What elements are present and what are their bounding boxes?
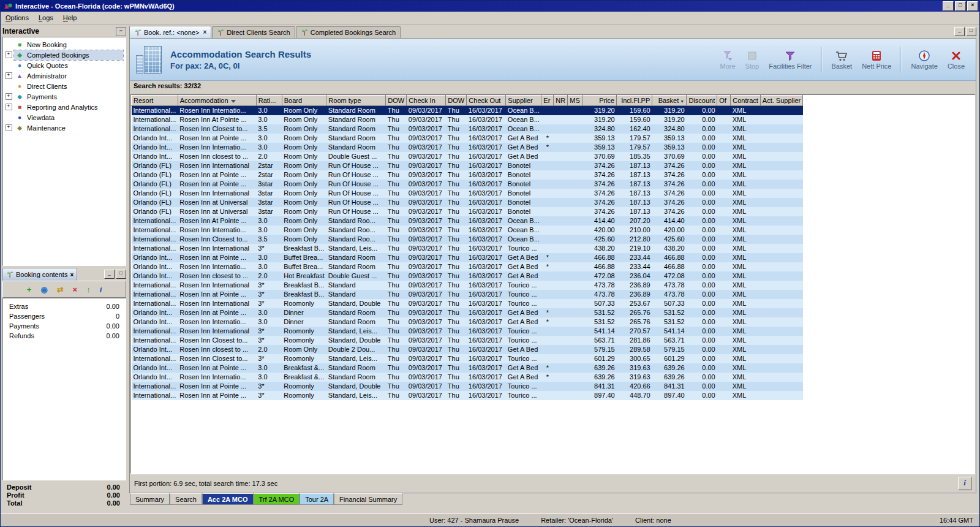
table-row[interactable]: Orlando Int...Rosen Inn Internatio...3.0… xyxy=(132,262,803,271)
bottom-tab-tour-2a[interactable]: Tour 2A xyxy=(300,493,334,505)
table-row[interactable]: Orlando Int...Rosen Inn closest to ...2.… xyxy=(132,345,803,354)
column-header-accommodation[interactable]: Accommodation xyxy=(178,96,256,106)
column-header-ms[interactable]: MS xyxy=(568,96,582,106)
column-header-dow[interactable]: DOW xyxy=(386,96,407,106)
bottom-tab-search[interactable]: Search xyxy=(170,493,202,505)
restore-child-button[interactable]: □ xyxy=(966,27,976,36)
sidebar-item-payments[interactable]: +◆Payments xyxy=(3,91,126,102)
column-header-rati[interactable]: Rati... xyxy=(256,96,282,106)
column-header-room-type[interactable]: Room type xyxy=(326,96,386,106)
column-header-supplier[interactable]: Supplier xyxy=(506,96,541,106)
table-row[interactable]: International...Rosen Inn At Pointe ...3… xyxy=(132,115,803,124)
table-row[interactable]: Orlando Int...Rosen Inn at Pointe ...3.0… xyxy=(132,308,803,317)
column-header-check-out[interactable]: Check Out xyxy=(467,96,506,106)
table-row[interactable]: International...Rosen Inn Closest to...3… xyxy=(132,354,803,363)
tab-direct-clients-search[interactable]: Direct Clients Search xyxy=(212,26,295,38)
booking-contents-tab[interactable]: Booking contents × xyxy=(2,268,77,281)
navigate-button[interactable]: Navigate xyxy=(906,49,942,70)
table-row[interactable]: International...Rosen Inn International3… xyxy=(132,281,803,290)
booking-contents-row[interactable]: Refunds0.00 xyxy=(3,331,126,341)
table-row[interactable]: International...Rosen Inn at Pointe ...3… xyxy=(132,290,803,299)
bottom-tab-financial-summary[interactable]: Financial Summary xyxy=(334,493,402,505)
table-row[interactable]: Orlando (FL)Rosen Inn at Universal3starR… xyxy=(132,198,803,207)
sidebar-item-quick-quotes[interactable]: ●Quick Quotes xyxy=(3,60,126,70)
table-row[interactable]: Orlando Int...Rosen Inn at Pointe ...3.0… xyxy=(132,134,803,143)
restore-panel-button[interactable]: □ xyxy=(116,270,126,279)
table-row[interactable]: International...Rosen Inn International3… xyxy=(132,299,803,308)
table-row[interactable]: International...Rosen Inn International3… xyxy=(132,327,803,336)
info-icon[interactable]: i xyxy=(100,285,102,294)
table-row[interactable]: International...Rosen Inn at Pointe ...3… xyxy=(132,382,803,391)
delete-item-icon[interactable]: × xyxy=(73,285,78,294)
collapse-sidebar-button[interactable]: − xyxy=(116,27,126,36)
facilities-filter-button[interactable]: Facilities Filter xyxy=(764,49,816,70)
table-row[interactable]: Orlando Int...Rosen Inn at Pointe ...3.0… xyxy=(132,363,803,373)
expand-icon[interactable]: + xyxy=(6,72,12,79)
booking-contents-row[interactable]: Extras0.00 xyxy=(3,301,126,311)
column-header-price[interactable]: Price xyxy=(582,96,617,106)
stop-button[interactable]: Stop xyxy=(741,49,764,70)
table-row[interactable]: Orlando Int...Rosen Inn Internatio...3.0… xyxy=(132,143,803,152)
booking-contents-row[interactable]: Payments0.00 xyxy=(3,321,126,331)
more-button[interactable]: More xyxy=(715,49,741,70)
table-row[interactable]: Orlando (FL)Rosen Inn International2star… xyxy=(132,161,803,170)
expand-icon[interactable]: + xyxy=(6,104,12,110)
transfer-icon[interactable]: ⇄ xyxy=(57,285,64,294)
close-button[interactable]: Close xyxy=(943,49,970,70)
table-row[interactable]: International...Rosen Inn Closest to...3… xyxy=(132,336,803,345)
column-header-dow[interactable]: DOW xyxy=(446,96,467,106)
menu-help[interactable]: Help xyxy=(58,12,82,23)
close-button[interactable]: × xyxy=(967,1,978,11)
minimize-panel-button[interactable]: _ xyxy=(104,270,115,279)
table-row[interactable]: International...Rosen Inn Closest to...3… xyxy=(132,124,803,134)
filter-icon[interactable] xyxy=(231,100,236,103)
move-up-icon[interactable]: ↑ xyxy=(86,285,91,294)
table-row[interactable]: Orlando Int...Rosen Inn Internatio...3.0… xyxy=(132,317,803,327)
add-item-icon[interactable]: + xyxy=(27,285,32,294)
tab-completed-bookings-search[interactable]: Completed Bookings Search xyxy=(296,26,401,38)
expand-icon[interactable]: + xyxy=(6,51,12,58)
column-header-check-in[interactable]: Check In xyxy=(407,96,446,106)
column-header-basket[interactable]: Basket▼ xyxy=(652,96,687,106)
table-row[interactable]: Orlando (FL)Rosen Inn at Universal3starR… xyxy=(132,207,803,216)
table-row[interactable]: International...Rosen Inn Internatio...3… xyxy=(132,106,803,115)
table-row[interactable]: International...Rosen Inn At Pointe ...3… xyxy=(132,216,803,226)
bottom-tab-acc-2a-mco[interactable]: Acc 2A MCO xyxy=(202,493,254,505)
maximize-button[interactable]: □ xyxy=(955,1,966,11)
globe-search-icon[interactable]: ◉ xyxy=(40,285,47,294)
tab-book-ref-none[interactable]: Book. ref.: <none>× xyxy=(129,26,211,38)
sidebar-item-direct-clients[interactable]: ●Direct Clients xyxy=(3,81,126,91)
table-row[interactable]: International...Rosen Inn Closest to...3… xyxy=(132,235,803,244)
column-header-discount[interactable]: Discount xyxy=(687,96,717,106)
sidebar-item-viewdata[interactable]: ●Viewdata xyxy=(3,112,126,123)
table-row[interactable]: Orlando Int...Rosen Inn closest to ...2.… xyxy=(132,271,803,281)
nett-price-button[interactable]: Nett Price xyxy=(857,49,896,70)
column-header-of[interactable]: Of xyxy=(717,96,731,106)
close-booking-contents-icon[interactable]: × xyxy=(70,271,74,278)
bottom-tab-summary[interactable]: Summary xyxy=(130,493,170,505)
close-tab-icon[interactable]: × xyxy=(203,29,207,36)
column-header-incl-fl-pp[interactable]: Incl.Fl.PP xyxy=(617,96,652,106)
sidebar-item-maintenance[interactable]: +◆Maintenance xyxy=(3,123,126,133)
info-button[interactable]: i xyxy=(958,477,971,490)
table-row[interactable]: International...Rosen Inn International3… xyxy=(132,244,803,253)
table-row[interactable]: Orlando Int...Rosen Inn at Pointe ...3.0… xyxy=(132,253,803,262)
basket-button[interactable]: Basket xyxy=(827,49,858,70)
table-row[interactable]: Orlando (FL)Rosen Inn International3star… xyxy=(132,189,803,198)
table-row[interactable]: International...Rosen Inn Internatio...3… xyxy=(132,226,803,235)
bottom-tab-trf-2a-mco[interactable]: Trf 2A MCO xyxy=(254,493,300,505)
expand-icon[interactable]: + xyxy=(6,124,12,131)
sidebar-item-administrator[interactable]: +▲Administrator xyxy=(3,70,126,81)
menu-logs[interactable]: Logs xyxy=(34,12,58,23)
expand-icon[interactable]: + xyxy=(6,93,12,100)
minimize-child-button[interactable]: _ xyxy=(954,27,965,36)
column-header-act-supplier[interactable]: Act. Supplier xyxy=(760,96,802,106)
table-row[interactable]: International...Rosen Inn at Pointe ...3… xyxy=(132,391,803,400)
sidebar-item-completed-bookings[interactable]: +◆Completed Bookings xyxy=(3,50,126,60)
table-row[interactable]: Orlando Int...Rosen Inn Internatio...3.0… xyxy=(132,373,803,382)
sidebar-item-new-booking[interactable]: ■New Booking xyxy=(3,39,126,50)
table-row[interactable]: Orlando (FL)Rosen Inn at Pointe ...2star… xyxy=(132,170,803,180)
table-row[interactable]: Orlando (FL)Rosen Inn at Pointe ...3star… xyxy=(132,180,803,189)
column-header-resort[interactable]: Resort xyxy=(132,96,178,106)
column-header-contract[interactable]: Contract xyxy=(731,96,761,106)
